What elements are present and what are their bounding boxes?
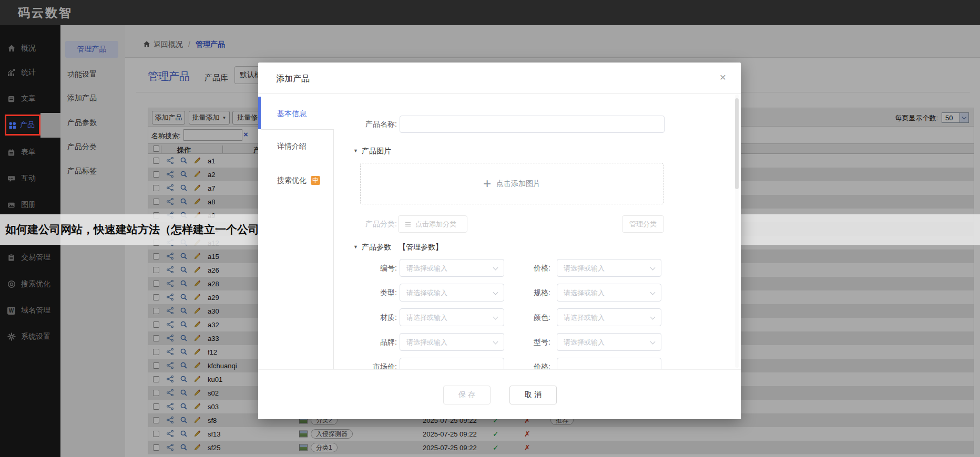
save-button[interactable]: 保 存 — [443, 386, 491, 404]
modal-title: 添加产品 — [276, 74, 310, 85]
chevron-down-icon — [650, 315, 656, 320]
param-label-right: 颜色: — [493, 313, 550, 323]
param-select-left[interactable]: 请选择或输入 — [400, 259, 504, 277]
add-category-button[interactable]: 点击添加分类 — [398, 215, 467, 233]
param-label-left: 材质: — [337, 313, 397, 323]
param-label-left: 品牌: — [337, 338, 397, 347]
param-label-left: 类型: — [337, 288, 397, 298]
manage-params-link[interactable]: 【管理参数】 — [399, 243, 443, 251]
sidebar-item-products[interactable]: 产品 — [5, 115, 40, 136]
product-name-input[interactable] — [400, 116, 665, 133]
param-row: 编号: 请选择或输入 价格: 请选择或输入 — [258, 255, 741, 279]
category-label: 产品分类: — [337, 220, 397, 229]
chevron-down-icon — [650, 339, 656, 345]
chevron-down-icon — [650, 290, 656, 295]
divider — [261, 129, 333, 130]
param-input-right[interactable] — [557, 358, 661, 369]
collapse-arrow-icon: ▼ — [353, 148, 358, 153]
product-name-label: 产品名称: — [337, 120, 397, 129]
modal-header: 添加产品 × — [258, 63, 741, 94]
modal-footer: 保 存 取 消 — [258, 369, 741, 419]
param-select-right[interactable]: 请选择或输入 — [557, 259, 661, 277]
param-label-right: 型号: — [493, 338, 550, 347]
param-row: 材质: 请选择或输入 颜色: 请选择或输入 — [258, 304, 741, 329]
modal-body: 基本信息 详情介绍 搜索优化中 产品名称: ▼产品图片 + 点击添加图片 产品分… — [258, 94, 741, 369]
param-select-right[interactable]: 请选择或输入 — [557, 308, 661, 326]
plus-icon: + — [483, 175, 491, 192]
products-grid-icon — [8, 121, 16, 129]
param-select-left[interactable]: 请选择或输入 — [400, 284, 504, 302]
modal-scrollbar-thumb[interactable] — [735, 98, 739, 189]
param-label-right: 价格: — [493, 362, 550, 369]
param-label-right: 规格: — [493, 288, 550, 298]
chevron-down-icon — [650, 265, 656, 271]
section-product-images[interactable]: ▼产品图片 — [353, 147, 391, 156]
list-icon — [405, 221, 411, 227]
param-select-left[interactable]: 请选择或输入 — [400, 308, 504, 326]
close-icon[interactable]: × — [720, 71, 726, 84]
param-label-right: 价格: — [493, 264, 550, 273]
tab-seo[interactable]: 搜索优化中 — [277, 176, 320, 185]
manage-category-button[interactable]: 管理分类 — [622, 215, 664, 233]
param-row: 类型: 请选择或输入 规格: 请选择或输入 — [258, 279, 741, 304]
param-label-left: 市场价: — [337, 362, 397, 369]
param-select-right[interactable]: 请选择或输入 — [557, 333, 661, 351]
tab-details[interactable]: 详情介绍 — [277, 142, 307, 151]
tab-basic-info[interactable]: 基本信息 — [277, 109, 307, 119]
caption-text: 如何建公司网站，快速建站方法（怎样建立一个公司网站） — [5, 222, 292, 237]
param-select-left[interactable]: 请选择或输入 — [400, 333, 504, 351]
param-row: 市场价: 请选择或输入 价格: 请选择或输入 — [258, 354, 741, 369]
seo-status-badge: 中 — [311, 176, 320, 185]
collapse-arrow-icon: ▼ — [353, 244, 358, 250]
param-label-left: 编号: — [337, 264, 397, 273]
section-product-params[interactable]: ▼产品参数【管理参数】 — [353, 243, 443, 252]
cancel-button[interactable]: 取 消 — [509, 386, 557, 404]
add-product-modal: 添加产品 × 基本信息 详情介绍 搜索优化中 产品名称: ▼产品图片 + 点击添… — [258, 63, 741, 419]
active-tab-indicator — [258, 97, 261, 129]
param-row: 品牌: 请选择或输入 型号: 请选择或输入 — [258, 329, 741, 354]
param-rows: 编号: 请选择或输入 价格: 请选择或输入 类型: 请选择或输入 规格: 请选择… — [258, 255, 741, 369]
param-input-left[interactable] — [400, 358, 504, 369]
add-image-dropzone[interactable]: + 点击添加图片 — [360, 163, 663, 204]
param-select-right[interactable]: 请选择或输入 — [557, 284, 661, 302]
